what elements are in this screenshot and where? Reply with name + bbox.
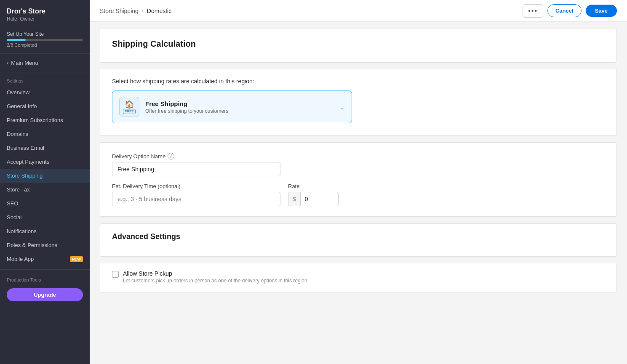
sidebar-item-roles-permissions[interactable]: Roles & Permissions	[0, 238, 90, 252]
setup-label: Set Up Your Site	[7, 31, 83, 37]
breadcrumb-store-shipping[interactable]: Store Shipping	[100, 8, 139, 14]
delivery-form-card: Delivery Option Name i Est. Delivery Tim…	[100, 142, 617, 217]
nav-label-premium-subscriptions: Premium Subscriptions	[7, 117, 63, 123]
delivery-option-name-label: Delivery Option Name i	[112, 153, 605, 159]
cancel-button[interactable]: Cancel	[547, 4, 582, 17]
shipping-calculation-card: Shipping Calculation	[100, 29, 617, 63]
progress-text: 2/8 Completed	[7, 43, 83, 48]
new-badge: NEW	[70, 256, 83, 262]
nav-label-store-tax: Store Tax	[7, 186, 30, 193]
save-button[interactable]: Save	[586, 5, 617, 17]
progress-bar-fill	[7, 39, 26, 41]
sidebar-item-overview[interactable]: Overview	[0, 85, 90, 99]
settings-section-label: Settings	[0, 72, 90, 85]
breadcrumb-separator: ›	[142, 8, 144, 14]
sidebar-item-social[interactable]: Social	[0, 210, 90, 224]
nav-label-business-email: Business Email	[7, 145, 44, 151]
nav-label-general-info: General Info	[7, 103, 37, 109]
sidebar-top: Dror's Store Role: Owner	[0, 0, 90, 27]
chevron-left-icon: ‹	[7, 60, 8, 66]
sidebar-item-accept-payments[interactable]: Accept Payments	[0, 155, 90, 169]
rate-label: Rate	[288, 183, 339, 189]
free-shipping-icon: 🏠 FREE	[119, 97, 139, 117]
nav-label-store-shipping: Store Shipping	[7, 173, 43, 179]
production-tools-label: Production Tools	[0, 273, 90, 286]
allow-pickup-checkbox[interactable]	[112, 271, 119, 278]
rate-input[interactable]	[301, 192, 330, 206]
house-icon: 🏠	[125, 100, 134, 109]
sidebar-item-store-tax[interactable]: Store Tax	[0, 183, 90, 197]
shipping-option-left: 🏠 FREE Free Shipping Offer free shipping…	[119, 97, 228, 117]
sidebar-item-general-info[interactable]: General Info	[0, 99, 90, 113]
rate-group: Rate $	[288, 183, 339, 206]
breadcrumb: Store Shipping › Domestic	[100, 8, 171, 14]
sidebar-item-notifications[interactable]: Notifications	[0, 224, 90, 238]
sidebar: Dror's Store Role: Owner Set Up Your Sit…	[0, 0, 90, 364]
breadcrumb-current: Domestic	[147, 8, 171, 14]
shipping-options-card: Select how shipping rates are calculated…	[100, 69, 617, 136]
nav-label-social: Social	[7, 214, 21, 221]
rate-input-wrapper: $	[288, 192, 339, 206]
delivery-time-input[interactable]	[112, 192, 280, 206]
nav-label-roles-permissions: Roles & Permissions	[7, 242, 57, 248]
allow-pickup-row: Allow Store Pickup Let customers pick up…	[112, 270, 605, 284]
more-button[interactable]: •••	[523, 4, 543, 18]
store-name: Dror's Store	[7, 8, 83, 15]
form-row-time-rate: Est. Delivery Time (optional) Rate $	[112, 183, 605, 206]
advanced-settings-card: Advanced Settings	[100, 223, 617, 257]
delivery-form-section: Delivery Option Name i Est. Delivery Tim…	[112, 153, 605, 206]
sidebar-item-seo[interactable]: SEO	[0, 197, 90, 210]
sidebar-item-premium-subscriptions[interactable]: Premium Subscriptions	[0, 113, 90, 127]
store-role: Role: Owner	[7, 16, 83, 22]
progress-bar-bg	[7, 39, 83, 41]
rate-prefix: $	[288, 192, 301, 206]
option-desc: Offer free shipping to your customers	[145, 108, 228, 114]
chevron-down-icon: ⌄	[339, 103, 345, 111]
free-label: FREE	[123, 109, 135, 114]
shipping-calc-title: Shipping Calculation	[112, 39, 605, 49]
option-title: Free Shipping	[145, 100, 228, 107]
top-bar: Store Shipping › Domestic ••• Cancel Sav…	[90, 0, 627, 22]
select-label: Select how shipping rates are calculated…	[112, 78, 605, 85]
sidebar-item-store-shipping[interactable]: Store Shipping	[0, 169, 90, 183]
nav-label-seo: SEO	[7, 200, 18, 207]
sidebar-item-business-email[interactable]: Business Email	[0, 141, 90, 155]
sidebar-divider	[0, 269, 90, 270]
nav-label-overview: Overview	[7, 89, 29, 96]
setup-section: Set Up Your Site 2/8 Completed	[0, 27, 90, 54]
allow-pickup-label-group: Allow Store Pickup Let customers pick up…	[123, 270, 309, 284]
advanced-title: Advanced Settings	[112, 232, 605, 241]
allow-pickup-desc: Let customers pick up orders in person a…	[123, 278, 309, 284]
allow-pickup-card: Allow Store Pickup Let customers pick up…	[100, 263, 617, 292]
nav-label-accept-payments: Accept Payments	[7, 159, 49, 165]
allow-pickup-title: Allow Store Pickup	[123, 270, 309, 277]
delivery-time-label: Est. Delivery Time (optional)	[112, 183, 280, 189]
page-body: Shipping Calculation Select how shipping…	[90, 22, 627, 364]
info-icon[interactable]: i	[168, 153, 174, 159]
nav-label-domains: Domains	[7, 131, 28, 137]
delivery-time-group: Est. Delivery Time (optional)	[112, 183, 280, 206]
upgrade-button[interactable]: Upgrade	[7, 288, 83, 301]
sidebar-item-domains[interactable]: Domains	[0, 127, 90, 141]
nav-label-mobile-app: Mobile App	[7, 256, 34, 262]
main-menu-label: Main Menu	[11, 60, 38, 66]
delivery-option-name-input[interactable]	[112, 162, 280, 176]
main-menu-button[interactable]: ‹ Main Menu	[0, 54, 90, 72]
sidebar-item-mobile-app[interactable]: Mobile App NEW	[0, 252, 90, 266]
shipping-option-box[interactable]: 🏠 FREE Free Shipping Offer free shipping…	[112, 90, 352, 123]
delivery-option-name-group: Delivery Option Name i	[112, 153, 605, 176]
main-content: Store Shipping › Domestic ••• Cancel Sav…	[90, 0, 627, 364]
top-bar-actions: ••• Cancel Save	[523, 4, 617, 18]
nav-label-notifications: Notifications	[7, 228, 37, 234]
option-text: Free Shipping Offer free shipping to you…	[145, 100, 228, 114]
